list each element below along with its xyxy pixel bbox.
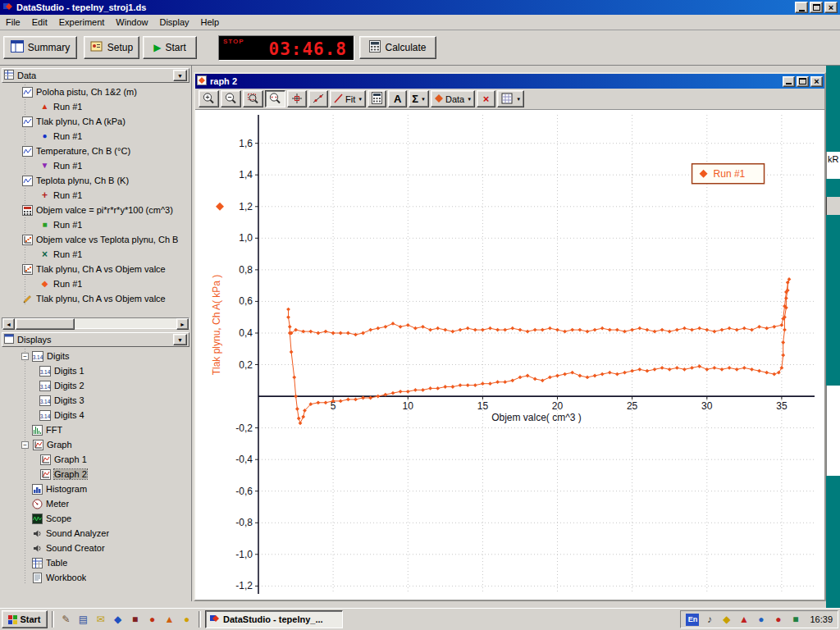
run-item-objem-valce-pi-r-r-y-100-cm-3[interactable]: ■Run #1	[0, 217, 191, 232]
zoom-select-button[interactable]	[243, 90, 263, 107]
start-button[interactable]: ▶ Start	[143, 36, 197, 59]
data-tree-hscrollbar[interactable]: ◄ ►	[2, 317, 189, 329]
task-button-label: DataStudio - tepelny_...	[223, 614, 323, 624]
data-item-tlak-plynu-ch-a-kpa[interactable]: Tlak plynu, Ch A (kPa)	[0, 114, 191, 129]
quicklaunch-icon-5[interactable]: ■	[127, 612, 143, 628]
quicklaunch-icon-3[interactable]: ✉	[93, 612, 108, 628]
quicklaunch-icon-6[interactable]: ●	[144, 612, 160, 628]
menu-experiment[interactable]: Experiment	[53, 16, 111, 29]
data-item-tlak-plynu-ch-a-vs-objem-valce[interactable]: Tlak plynu, Ch A vs Objem valce	[0, 262, 191, 276]
displays-item-digits-2[interactable]: 3.14Digits 2	[0, 378, 191, 393]
displays-item-graph-2[interactable]: Graph 2	[0, 467, 191, 482]
text-annotation-button[interactable]: A	[388, 90, 407, 107]
menu-file[interactable]: File	[0, 16, 26, 29]
run-item-objem-valce-vs-teplota-plynu-ch-b[interactable]: ×Run #1	[0, 247, 191, 262]
statistics-button[interactable]: Σ▼	[409, 90, 429, 107]
svg-text:0,6: 0,6	[239, 295, 253, 307]
menu-help[interactable]: Help	[195, 16, 226, 29]
displays-item-meter[interactable]: Meter	[0, 496, 191, 511]
quicklaunch-icon-4[interactable]: ◆	[110, 612, 126, 628]
chart-legend[interactable]: Run #1	[692, 164, 765, 184]
menu-display[interactable]: Display	[153, 16, 194, 29]
summary-button[interactable]: Summary	[3, 36, 77, 59]
displays-item-table[interactable]: Table	[0, 555, 191, 570]
run-item-tlak-plynu-ch-a-vs-objem-valce[interactable]: ◆Run #1	[0, 276, 191, 291]
remove-button[interactable]: ×	[477, 90, 495, 107]
scroll-right-button[interactable]: ►	[176, 318, 189, 330]
scrollbar-thumb[interactable]	[16, 318, 75, 330]
tray-icon-2[interactable]: ◆	[719, 612, 734, 628]
displays-item-graph-1[interactable]: Graph 1	[0, 452, 191, 467]
run-marker-plus-icon: +	[39, 191, 50, 199]
svg-text:-0,4: -0,4	[235, 454, 253, 465]
setup-button[interactable]: Setup	[84, 36, 139, 59]
displays-item-scope[interactable]: Scope	[0, 511, 191, 526]
displays-panel-menu-button[interactable]: ▼	[173, 334, 187, 345]
tray-icons: ♪◆▲●●■	[701, 612, 803, 628]
graph-settings-button[interactable]: ▼	[497, 90, 524, 107]
maximize-button[interactable]	[810, 2, 823, 13]
app-icon	[2, 2, 13, 13]
graph-maximize-button[interactable]	[797, 76, 809, 87]
run-item-teplota-plynu-ch-b-k[interactable]: +Run #1	[0, 188, 191, 203]
displays-panel-header: Displays ▼	[2, 332, 189, 347]
keyboard-layout-indicator[interactable]: En	[686, 614, 699, 626]
scroll-left-button[interactable]: ◄	[2, 318, 15, 330]
calculate-button[interactable]	[368, 90, 386, 107]
quicklaunch-icon-7[interactable]: ▲	[162, 612, 177, 628]
fragment-text: kR	[828, 154, 838, 164]
menu-edit[interactable]: Edit	[26, 16, 53, 29]
run-item-poloha-pistu-ch-1-2-m[interactable]: ▲Run #1	[0, 99, 191, 114]
data-menu-button[interactable]: Data▼	[431, 90, 475, 107]
graph-client-area: 1,61,41,21,00,80,60,40,2-0,2-0,4-0,6-0,8…	[195, 110, 824, 600]
displays-item-digits-1[interactable]: 3.14Digits 1	[0, 363, 191, 378]
tray-icon-4[interactable]: ●	[753, 612, 769, 628]
menu-window[interactable]: Window	[110, 16, 153, 29]
data-item-teplota-plynu-ch-b-k[interactable]: Teplota plynu, Ch B (K)	[0, 173, 191, 188]
quicklaunch-icon-1[interactable]: ✎	[58, 612, 74, 628]
quicklaunch-icon-2[interactable]: ▤	[75, 612, 91, 628]
tray-icon-3[interactable]: ▲	[736, 612, 751, 628]
run-marker-x-icon: ×	[39, 250, 50, 258]
displays-item-digits-4[interactable]: 3.14Digits 4	[0, 408, 191, 422]
calculate-button[interactable]: Calculate	[359, 36, 436, 59]
graph-close-button[interactable]: ×	[810, 76, 823, 87]
displays-item-sound-creator[interactable]: Sound Creator	[0, 541, 191, 555]
displays-item-histogram[interactable]: Histogram	[0, 482, 191, 496]
taskbar-task-button[interactable]: DataStudio - tepelny_...	[205, 610, 343, 628]
smart-tool-button[interactable]	[287, 90, 307, 107]
fit-menu-button[interactable]: Fit▼	[330, 90, 366, 107]
graph-window-titlebar[interactable]: raph 2 ×	[195, 74, 824, 89]
data-item-temperature-ch-b-c[interactable]: Temperature, Ch B (°C)	[0, 144, 191, 158]
quicklaunch-icon-8[interactable]: ●	[179, 612, 194, 628]
displays-item-digits-3[interactable]: 3.14Digits 3	[0, 393, 191, 408]
slope-tool-button[interactable]	[308, 90, 328, 107]
data-item-tlak-plynu-ch-a-vs-objem-valce[interactable]: Tlak plynu, Ch A vs Objem valce	[0, 291, 191, 306]
minimize-button[interactable]	[795, 2, 808, 13]
displays-item-workbook[interactable]: Workbook	[0, 570, 191, 585]
svg-text:1,6: 1,6	[239, 138, 253, 149]
chart-plot-area[interactable]: 1,61,41,21,00,80,60,40,2-0,2-0,4-0,6-0,8…	[195, 110, 824, 600]
displays-item-sound-analyzer[interactable]: Sound Analyzer	[0, 526, 191, 541]
zoom-out-button[interactable]	[221, 90, 241, 107]
data-item-poloha-pistu-ch-1-2-m[interactable]: Poloha pistu, Ch 1&2 (m)	[0, 84, 191, 99]
graph-minimize-button[interactable]	[783, 76, 795, 87]
displays-item-fft[interactable]: FFT	[0, 422, 191, 437]
start-menu-button[interactable]: Start	[2, 610, 48, 628]
run-item-tlak-plynu-ch-a-kpa[interactable]: ●Run #1	[0, 129, 191, 144]
data-item-objem-valce-vs-teplota-plynu-ch-b[interactable]: Objem valce vs Teplota plynu, Ch B	[0, 232, 191, 247]
data-item-objem-valce-pi-r-r-y-100-cm-3[interactable]: Objem valce = pi*r*r*y*100 (cm^3)	[0, 203, 191, 217]
displays-item-digits[interactable]: −3.14Digits	[0, 349, 191, 363]
tray-icon-5[interactable]: ●	[770, 612, 786, 628]
tray-icon-6[interactable]: ■	[788, 612, 803, 628]
sensor-icon	[21, 87, 33, 98]
tray-icon-1[interactable]: ♪	[701, 612, 717, 628]
data-panel-menu-button[interactable]: ▼	[173, 70, 187, 81]
collapse-icon[interactable]: −	[21, 353, 29, 360]
collapse-icon[interactable]: −	[21, 441, 29, 449]
run-item-temperature-ch-b-c[interactable]: ▼Run #1	[0, 158, 191, 173]
zoom-in-button[interactable]	[199, 90, 219, 107]
displays-item-graph[interactable]: −Graph	[0, 437, 191, 452]
scale-to-fit-button[interactable]	[265, 90, 285, 107]
close-button[interactable]: ×	[824, 2, 838, 13]
